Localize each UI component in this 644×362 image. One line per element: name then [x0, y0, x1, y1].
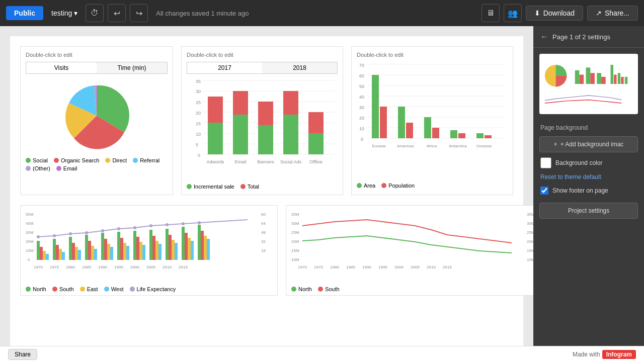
tab-2018[interactable]: 2018: [262, 62, 337, 73]
svg-text:2000: 2000: [394, 265, 404, 269]
svg-point-120: [85, 231, 88, 234]
history-button[interactable]: ⏱: [86, 4, 104, 22]
made-with-area: Made with Infogram: [573, 350, 636, 359]
svg-text:35M: 35M: [291, 212, 299, 217]
svg-text:40: 40: [359, 95, 364, 100]
panel-thumbnail[interactable]: [539, 54, 638, 114]
svg-rect-100: [142, 245, 145, 260]
share-label: Share...: [605, 9, 629, 17]
background-color-swatch[interactable]: [540, 157, 551, 168]
svg-text:Social Ads: Social Ads: [280, 159, 302, 164]
pie-legend: Social Organic Search Direct Referr: [26, 157, 168, 171]
svg-rect-25: [283, 115, 298, 154]
west-label: West: [111, 286, 124, 292]
svg-text:2000: 2000: [130, 265, 139, 269]
svg-rect-74: [40, 247, 43, 260]
svg-point-118: [53, 234, 56, 237]
svg-text:1995: 1995: [114, 265, 123, 269]
east-label: East: [87, 286, 98, 292]
svg-rect-112: [191, 241, 194, 260]
svg-text:32: 32: [261, 239, 266, 244]
canvas-area[interactable]: Double-click to edit Visits Time (min): [0, 26, 533, 346]
region-bar-container[interactable]: Double-click to edit 70 60 50 40 30 20 1…: [351, 46, 513, 195]
svg-text:Antarctica: Antarctica: [449, 144, 467, 148]
tab-2017[interactable]: 2017: [187, 62, 262, 73]
stacked-bar-legend: Incremental sale Total: [187, 184, 338, 190]
pie-chart-container[interactable]: Double-click to edit Visits Time (min): [20, 46, 173, 195]
svg-rect-113: [198, 225, 201, 260]
canvas-content: Double-click to edit Visits Time (min): [10, 36, 523, 346]
project-settings-button[interactable]: Project settings: [539, 203, 638, 219]
svg-rect-115: [204, 236, 207, 260]
population-label: Population: [388, 183, 415, 189]
svg-text:35M: 35M: [527, 212, 533, 217]
svg-text:1975: 1975: [314, 265, 323, 269]
svg-rect-50: [398, 107, 405, 138]
svg-rect-89: [101, 233, 104, 260]
svg-rect-28: [308, 133, 324, 154]
add-background-image-button[interactable]: + + Add background imac: [539, 136, 638, 152]
collaborate-button[interactable]: 👥: [504, 4, 522, 22]
undo-button[interactable]: ↩: [108, 4, 126, 22]
email-label: Email: [63, 165, 77, 171]
svg-text:10M: 10M: [527, 257, 533, 262]
footer-share-label: Share: [15, 351, 31, 358]
svg-text:2015: 2015: [179, 265, 188, 269]
saved-status: All changes saved 1 minute ago: [156, 10, 249, 17]
show-footer-checkbox[interactable]: [540, 187, 548, 195]
west-dot: [104, 287, 109, 292]
page-background-title: Page background: [533, 120, 644, 134]
south2-dot: [318, 287, 323, 292]
panel-back-button[interactable]: ←: [540, 32, 548, 41]
svg-rect-22: [258, 125, 273, 154]
svg-rect-102: [152, 236, 155, 260]
chevron-down-icon: ▾: [74, 9, 77, 17]
svg-text:1970: 1970: [298, 265, 307, 269]
download-button[interactable]: ⬇ Download: [526, 6, 583, 21]
svg-text:30: 30: [196, 89, 201, 94]
present-button[interactable]: 🖥: [481, 4, 500, 22]
public-button[interactable]: Public: [6, 6, 43, 20]
svg-text:25M: 25M: [291, 230, 299, 235]
svg-point-127: [198, 221, 201, 224]
legend-email: Email: [56, 165, 77, 171]
svg-text:0: 0: [28, 257, 30, 262]
show-footer-label[interactable]: Show footer on page: [552, 187, 608, 194]
svg-text:5: 5: [196, 142, 198, 147]
stacked-bar-svg: 35 30 25 20 15 10 5 0: [187, 78, 338, 178]
legend-direct: Direct: [105, 157, 127, 163]
svg-rect-166: [597, 73, 601, 84]
project-name-label: testing: [51, 9, 72, 17]
stacked-bar-container[interactable]: Double-click to edit 2017 2018 35 30 25 …: [181, 46, 343, 195]
legend-west: West: [104, 286, 124, 292]
svg-rect-163: [579, 74, 584, 84]
redo-button[interactable]: ↪: [130, 4, 148, 22]
tab-visits[interactable]: Visits: [26, 62, 97, 73]
area-label: Area: [364, 183, 375, 189]
legend-area: Area: [357, 183, 375, 189]
share-button[interactable]: ↗ Share...: [587, 6, 638, 21]
svg-text:15M: 15M: [291, 248, 299, 253]
project-name-dropdown[interactable]: testing ▾: [47, 7, 82, 19]
svg-text:Offline: Offline: [309, 159, 323, 164]
svg-rect-114: [201, 231, 204, 260]
pie-chart-tabs: Visits Time (min): [26, 62, 168, 74]
reset-theme-link[interactable]: Reset to theme default: [533, 171, 644, 183]
top-charts-grid: Double-click to edit Visits Time (min): [20, 46, 513, 195]
east-dot: [80, 287, 85, 292]
bottom-left-chart[interactable]: 50M 40M 30M 20M 10M 0 80 64 48 32 16: [20, 205, 278, 296]
svg-text:1985: 1985: [346, 265, 355, 269]
download-label: Download: [543, 9, 575, 17]
footer-share-button[interactable]: Share: [8, 349, 37, 360]
svg-rect-109: [182, 227, 185, 260]
tab-time[interactable]: Time (min): [97, 62, 167, 73]
email-dot: [56, 166, 61, 171]
north-label: North: [33, 286, 46, 292]
svg-text:10M: 10M: [291, 257, 299, 262]
total-label: Total: [248, 184, 259, 190]
legend-other: (Other): [26, 165, 50, 171]
svg-rect-92: [110, 247, 113, 260]
bottom-right-chart[interactable]: 35M 30M 25M 20M 15M 10M 35M 30M 25M 20M …: [286, 205, 533, 296]
svg-text:1980: 1980: [330, 265, 339, 269]
svg-rect-26: [283, 91, 298, 115]
